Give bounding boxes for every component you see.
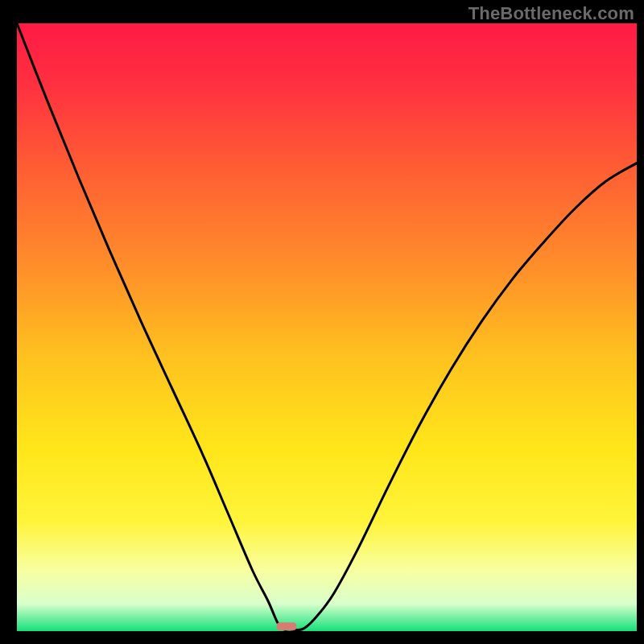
plot-area (17, 23, 637, 631)
optimum-marker (277, 622, 297, 630)
watermark-text: TheBottleneck.com (469, 3, 634, 24)
gradient-background (17, 23, 637, 631)
chart-frame: TheBottleneck.com (0, 0, 644, 644)
chart-svg (17, 23, 637, 631)
